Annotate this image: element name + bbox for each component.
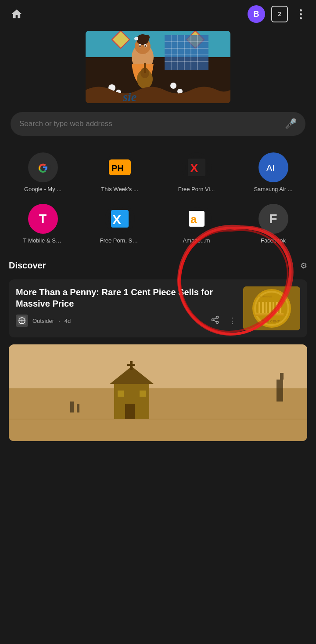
svg-rect-70 [255, 315, 284, 316]
doodle-area[interactable]: sie [0, 26, 316, 112]
svg-rect-75 [9, 388, 307, 441]
shortcut-tmobile[interactable]: T T-Mobile & Sp... [4, 200, 81, 247]
profile-avatar[interactable]: B [248, 5, 265, 23]
home-icon[interactable] [9, 6, 25, 22]
news-image-card-container [0, 344, 316, 457]
svg-rect-1 [86, 31, 230, 57]
top-bar: B 2 [0, 0, 316, 26]
svg-rect-82 [140, 391, 146, 397]
news-source-icon-1 [16, 315, 28, 327]
search-input[interactable] [19, 119, 280, 128]
more-news-icon-1[interactable]: ⋮ [228, 316, 236, 326]
news-image-card[interactable] [9, 344, 307, 441]
svg-rect-62 [259, 302, 260, 313]
shortcut-amazon-label: Amazo...m [183, 237, 210, 244]
svg-rect-84 [276, 380, 283, 402]
search-bar[interactable]: 🎤 [11, 112, 305, 136]
svg-rect-28 [144, 63, 146, 73]
svg-text:E PLURIBUS: E PLURIBUS [256, 295, 272, 298]
svg-line-57 [214, 318, 216, 319]
discover-section: Discover ⚙ More Than a Penny: Rare 1 Cen… [0, 256, 316, 337]
shortcut-pornhub[interactable]: PH This Week's ... [81, 149, 158, 196]
svg-rect-68 [280, 302, 281, 313]
svg-rect-80 [125, 404, 135, 419]
news-actions-1: ⋮ [211, 315, 236, 326]
top-bar-left [9, 6, 25, 22]
tabs-button[interactable]: 2 [271, 6, 288, 22]
samsung-icon: AI [259, 152, 288, 182]
shortcut-google[interactable]: Google - My ... [4, 149, 81, 196]
news-separator: · [58, 318, 60, 324]
svg-point-23 [144, 45, 146, 47]
news-time-1: 4d [65, 318, 71, 324]
svg-point-55 [216, 321, 219, 323]
shortcut-google-label: Google - My ... [24, 186, 61, 192]
svg-rect-74 [9, 344, 307, 388]
news-source-1: Outsider [32, 318, 54, 324]
svg-point-22 [139, 45, 141, 47]
news-title-1: More Than a Penny: Rare 1 Cent Piece Sel… [16, 286, 236, 309]
svg-point-54 [212, 318, 214, 321]
xvideos-icon: X [182, 152, 212, 182]
shortcut-xvideos-label: Free Porn Vi... [178, 186, 215, 192]
google-icon [28, 152, 58, 182]
svg-text:ONE CENT: ONE CENT [262, 319, 280, 323]
shortcut-facebook-label: Facebook [261, 237, 286, 244]
shortcut-samsung-label: Samsung Air ... [254, 186, 292, 192]
shortcut-pornhub-label: This Week's ... [101, 186, 138, 192]
discover-settings-icon[interactable]: ⚙ [300, 261, 307, 271]
news-footer-1: Outsider · 4d ⋮ [16, 315, 236, 327]
shortcut-facebook[interactable]: F Facebook [235, 200, 312, 247]
svg-rect-67 [276, 302, 278, 313]
top-bar-right: B 2 [248, 5, 307, 23]
svg-text:X: X [190, 161, 198, 175]
svg-point-19 [144, 35, 150, 40]
xtwitter-icon: X [105, 204, 135, 234]
svg-text:a: a [190, 213, 197, 226]
more-dot-3 [300, 17, 302, 19]
tmobile-icon: T [28, 204, 58, 234]
shortcuts-grid: Google - My ... PH This Week's ... X Fre… [0, 149, 316, 256]
shortcut-xtwitter-label: Free Porn, Se... [100, 237, 140, 244]
facebook-icon: F [259, 204, 288, 234]
google-doodle[interactable]: sie [86, 31, 230, 103]
svg-rect-69 [256, 313, 284, 315]
svg-point-32 [170, 83, 176, 89]
home-svg [11, 8, 23, 20]
search-container: 🎤 [0, 112, 316, 149]
doodle-svg: sie [86, 31, 230, 103]
shortcut-xvideos[interactable]: X Free Porn Vi... [158, 149, 235, 196]
svg-point-53 [216, 316, 219, 318]
svg-line-56 [214, 320, 216, 322]
svg-rect-64 [266, 302, 267, 313]
svg-rect-79 [127, 364, 135, 366]
more-menu-button[interactable] [294, 7, 307, 21]
svg-text:PH: PH [111, 163, 124, 173]
shortcut-tmobile-label: T-Mobile & Sp... [23, 237, 63, 244]
shortcut-samsung[interactable]: AI Samsung Air ... [235, 149, 312, 196]
svg-point-25 [134, 37, 137, 40]
microphone-icon[interactable]: 🎤 [285, 118, 297, 130]
more-dot-2 [300, 13, 302, 15]
amazon-icon: a [182, 204, 212, 234]
svg-text:X: X [112, 212, 121, 227]
svg-rect-66 [273, 302, 274, 313]
news-content-1: More Than a Penny: Rare 1 Cent Piece Sel… [16, 286, 236, 327]
svg-rect-63 [262, 302, 264, 313]
discover-title: Discover [9, 260, 46, 271]
svg-rect-81 [118, 391, 124, 397]
svg-text:sie: sie [122, 90, 136, 103]
shortcut-amazon[interactable]: a Amazo...m [158, 200, 235, 247]
news-card-1[interactable]: More Than a Penny: Rare 1 Cent Piece Sel… [9, 279, 307, 337]
svg-rect-65 [269, 302, 271, 313]
svg-rect-85 [280, 373, 284, 380]
more-dot-1 [300, 9, 302, 11]
pornhub-icon: PH [105, 152, 135, 182]
shortcut-xtwitter[interactable]: X Free Porn, Se... [81, 200, 158, 247]
discover-header: Discover ⚙ [9, 260, 307, 271]
svg-text:AI: AI [266, 163, 275, 173]
share-icon-1[interactable] [211, 315, 219, 326]
svg-rect-87 [77, 404, 79, 412]
news-meta-1: Outsider · 4d [16, 315, 71, 327]
news-thumbnail-1: ONE CENT E PLURIBUS [243, 286, 300, 330]
